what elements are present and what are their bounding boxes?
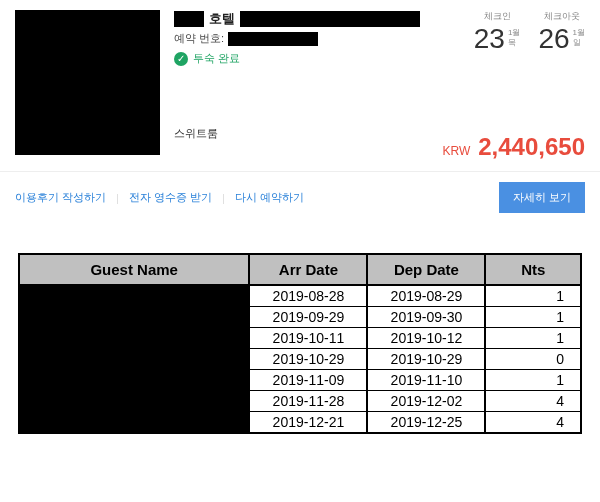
cell-guest-name [19, 349, 249, 370]
col-arr-date: Arr Date [249, 254, 367, 285]
cell-nts: 4 [485, 412, 581, 434]
redacted-block [174, 11, 204, 27]
booking-card: 호텔 예약 번호: ✓ 투숙 완료 스위트룸 체크인 23 1월목 체크아웃 2… [0, 0, 600, 155]
cell-guest-name [19, 307, 249, 328]
cell-arr-date: 2019-11-28 [249, 391, 367, 412]
cell-guest-name [19, 328, 249, 349]
status-text: 투숙 완료 [193, 51, 240, 66]
col-nts: Nts [485, 254, 581, 285]
hotel-word: 호텔 [209, 10, 235, 28]
detail-button[interactable]: 자세히 보기 [499, 182, 585, 213]
reservation-number-row: 예약 번호: [174, 31, 460, 46]
cell-dep-date: 2019-08-29 [367, 285, 485, 307]
stay-table: Guest Name Arr Date Dep Date Nts 2019-08… [18, 253, 582, 434]
cell-dep-date: 2019-12-02 [367, 391, 485, 412]
checkin-side: 1월목 [508, 25, 520, 47]
table-row: 2019-10-112019-10-121 [19, 328, 581, 349]
rebook-link[interactable]: 다시 예약하기 [235, 190, 304, 205]
cell-guest-name [19, 285, 249, 307]
cell-guest-name [19, 412, 249, 434]
col-dep-date: Dep Date [367, 254, 485, 285]
checkout-day: 26 [538, 25, 569, 53]
cell-arr-date: 2019-12-21 [249, 412, 367, 434]
col-guest-name: Guest Name [19, 254, 249, 285]
separator: | [222, 192, 225, 204]
cell-nts: 1 [485, 285, 581, 307]
table-row: 2019-08-282019-08-291 [19, 285, 581, 307]
cell-dep-date: 2019-09-30 [367, 307, 485, 328]
cell-nts: 1 [485, 307, 581, 328]
room-type: 스위트룸 [174, 126, 460, 141]
cell-nts: 4 [485, 391, 581, 412]
booking-details: 호텔 예약 번호: ✓ 투숙 완료 스위트룸 [174, 10, 460, 155]
table-row: 2019-12-212019-12-254 [19, 412, 581, 434]
cell-dep-date: 2019-12-25 [367, 412, 485, 434]
cell-dep-date: 2019-10-29 [367, 349, 485, 370]
price-amount: 2,440,650 [478, 133, 585, 161]
actions-bar: 이용후기 작성하기 | 전자 영수증 받기 | 다시 예약하기 자세히 보기 [0, 171, 600, 223]
cell-guest-name [19, 370, 249, 391]
checkout-label: 체크아웃 [538, 10, 585, 23]
cell-arr-date: 2019-10-29 [249, 349, 367, 370]
receipt-link[interactable]: 전자 영수증 받기 [129, 190, 212, 205]
check-circle-icon: ✓ [174, 52, 188, 66]
status-row: ✓ 투숙 완료 [174, 51, 460, 66]
hotel-thumbnail [15, 10, 160, 155]
cell-nts: 1 [485, 370, 581, 391]
redacted-block [228, 32, 318, 46]
cell-guest-name [19, 391, 249, 412]
reservation-label: 예약 번호: [174, 31, 224, 46]
write-review-link[interactable]: 이용후기 작성하기 [15, 190, 106, 205]
table-row: 2019-09-292019-09-301 [19, 307, 581, 328]
cell-arr-date: 2019-09-29 [249, 307, 367, 328]
hotel-name-row: 호텔 [174, 10, 460, 28]
checkin-day: 23 [474, 25, 505, 53]
table-row: 2019-11-282019-12-024 [19, 391, 581, 412]
cell-nts: 1 [485, 328, 581, 349]
redacted-block [240, 11, 420, 27]
checkin-label: 체크인 [474, 10, 521, 23]
stay-table-wrap: Guest Name Arr Date Dep Date Nts 2019-08… [0, 223, 600, 444]
cell-arr-date: 2019-10-11 [249, 328, 367, 349]
currency-label: KRW [442, 144, 470, 158]
cell-dep-date: 2019-11-10 [367, 370, 485, 391]
checkout-side: 1월일 [573, 25, 585, 47]
table-row: 2019-11-092019-11-101 [19, 370, 581, 391]
cell-dep-date: 2019-10-12 [367, 328, 485, 349]
table-header-row: Guest Name Arr Date Dep Date Nts [19, 254, 581, 285]
separator: | [116, 192, 119, 204]
cell-arr-date: 2019-11-09 [249, 370, 367, 391]
cell-arr-date: 2019-08-28 [249, 285, 367, 307]
cell-nts: 0 [485, 349, 581, 370]
table-row: 2019-10-292019-10-290 [19, 349, 581, 370]
